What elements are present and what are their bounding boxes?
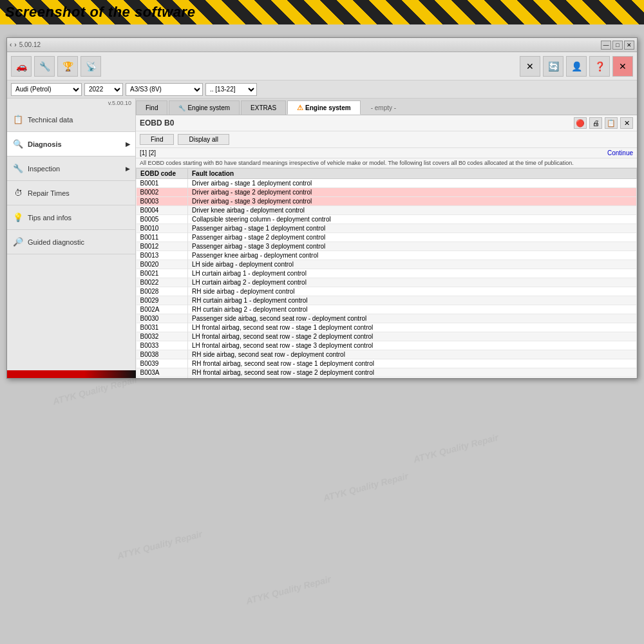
tab-extras-label: EXTRAS <box>251 104 276 111</box>
table-row[interactable]: B0032LH frontal airbag, second seat row … <box>137 332 637 341</box>
cell-code: B002A <box>137 305 188 314</box>
tab-engine-system-1[interactable]: 🔧 Engine system <box>169 100 240 115</box>
sidebar-version: v.5.00.10 <box>7 99 135 108</box>
sidebar-item-guided[interactable]: 🔎 Guided diagnostic <box>7 230 135 254</box>
table-row[interactable]: B0022LH curtain airbag 2 - deployment co… <box>137 278 637 287</box>
col-header-fault: Fault location <box>188 169 637 179</box>
main-content: v.5.00.10 📋 Technical data 🔍 Diagnosis ▶… <box>7 99 637 378</box>
table-row[interactable]: B002ARH curtain airbag 2 - deployment co… <box>137 305 637 314</box>
tab-find[interactable]: Find <box>136 100 167 115</box>
table-row[interactable]: B0021LH curtain airbag 1 - deployment co… <box>137 269 637 278</box>
user-icon[interactable]: 👤 <box>566 56 587 77</box>
table-row[interactable]: B003BRH frontal airbag, second seat row … <box>137 377 637 379</box>
display-all-button[interactable]: Display all <box>178 134 229 145</box>
watermark-3: ATYK Quality Repair <box>52 374 138 407</box>
alert-icon: ⚠ <box>297 104 303 112</box>
close-content-btn[interactable]: ✕ <box>620 117 633 129</box>
cell-code: B0003 <box>137 197 188 206</box>
range-select[interactable]: .. [13-22] <box>205 83 257 96</box>
sidebar-item-tips[interactable]: 💡 Tips and infos <box>7 205 135 230</box>
guided-label: Guided diagnostic <box>28 238 84 246</box>
cell-fault: RH frontal airbag, second seat row - sta… <box>188 377 637 379</box>
car-icon[interactable]: 🚗 <box>11 56 32 77</box>
table-row[interactable]: B0004Driver knee airbag - deployment con… <box>137 206 637 215</box>
repair-label: Repair Times <box>28 189 70 197</box>
continue-link[interactable]: Continue <box>607 149 633 156</box>
nav-forward[interactable]: › <box>14 41 16 48</box>
tips-label: Tips and infos <box>28 214 71 222</box>
cell-code: B0004 <box>137 206 188 215</box>
red-circle-btn[interactable]: 🔴 <box>574 117 587 129</box>
cell-fault: RH frontal airbag, second seat row - sta… <box>188 359 637 368</box>
sidebar-item-technical[interactable]: 📋 Technical data <box>7 108 135 132</box>
minimize-button[interactable]: — <box>601 41 611 50</box>
table-row[interactable]: B0030Passenger side airbag, second seat … <box>137 314 637 323</box>
content-header: EOBD B0 🔴 🖨 📋 ✕ <box>136 115 637 131</box>
model-select[interactable]: A3/S3 (8V) <box>126 83 203 96</box>
close-x-icon[interactable]: ✕ <box>520 56 540 77</box>
cell-fault: LH frontal airbag, second seat row - sta… <box>188 341 637 350</box>
tools-icon[interactable]: 🔧 <box>34 56 55 77</box>
refresh-icon[interactable]: 🔄 <box>543 56 564 77</box>
cell-code: B0029 <box>137 296 188 305</box>
table-row[interactable]: B0038RH side airbag, second seat row - d… <box>137 350 637 359</box>
table-row[interactable]: B0031LH frontal airbag, second seat row … <box>137 323 637 332</box>
cell-code: B0028 <box>137 287 188 296</box>
maximize-button[interactable]: □ <box>612 41 623 50</box>
print-btn[interactable]: 🖨 <box>589 117 602 129</box>
pagination-bar: [1] [2] Continue <box>136 148 637 158</box>
table-row[interactable]: B0012Passenger airbag - stage 3 deployme… <box>137 242 637 251</box>
table-row[interactable]: B0020LH side airbag - deployment control <box>137 260 637 269</box>
table-row[interactable]: B0002Driver airbag - stage 2 deployment … <box>137 188 637 197</box>
table-row[interactable]: B003ARH frontal airbag, second seat row … <box>137 368 637 377</box>
sidebar: v.5.00.10 📋 Technical data 🔍 Diagnosis ▶… <box>7 99 136 378</box>
cell-code: B003A <box>137 368 188 377</box>
nav-back[interactable]: ‹ <box>10 41 12 48</box>
cell-code: B0033 <box>137 341 188 350</box>
table-row[interactable]: B0029RH curtain airbag 1 - deployment co… <box>137 296 637 305</box>
tab-find-label: Find <box>146 104 158 111</box>
cell-fault: Driver airbag - stage 2 deployment contr… <box>188 188 637 197</box>
title-bar-left: ‹ › 5.00.12 <box>10 41 41 48</box>
warning-stripe: Screenshot of the software <box>0 0 644 24</box>
cell-fault: Driver knee airbag - deployment control <box>188 206 637 215</box>
tab-extras[interactable]: EXTRAS <box>241 100 286 115</box>
signal-icon[interactable]: 📡 <box>80 56 101 77</box>
cell-fault: Driver airbag - stage 3 deployment contr… <box>188 197 637 206</box>
content-title: EOBD B0 <box>140 118 174 128</box>
sidebar-item-repair[interactable]: ⏱ Repair Times <box>7 181 135 205</box>
cell-fault: LH side airbag - deployment control <box>188 260 637 269</box>
tab-engine2-label: Engine system <box>305 104 351 111</box>
table-row[interactable]: B0011Passenger airbag - stage 2 deployme… <box>137 233 637 242</box>
year-select[interactable]: 2022 <box>84 83 123 96</box>
cell-code: B0020 <box>137 260 188 269</box>
sidebar-item-diagnosis[interactable]: 🔍 Diagnosis ▶ <box>7 132 135 156</box>
table-row[interactable]: B0033LH frontal airbag, second seat row … <box>137 341 637 350</box>
exit-icon[interactable]: ✕ <box>612 56 633 77</box>
close-button[interactable]: ✕ <box>624 41 634 50</box>
tab-engine-system-2[interactable]: ⚠ Engine system <box>287 100 361 115</box>
diagnosis-label: Diagnosis <box>28 140 62 148</box>
fuel-select[interactable]: Audi (Petrol) <box>11 83 82 96</box>
table-row[interactable]: B0010Passenger airbag - stage 1 deployme… <box>137 224 637 233</box>
cell-code: B003B <box>137 377 188 379</box>
help-icon[interactable]: ❓ <box>589 56 610 77</box>
copy-btn[interactable]: 📋 <box>605 117 618 129</box>
find-button[interactable]: Find <box>140 134 174 145</box>
pagination-links[interactable]: [1] [2] <box>140 149 156 156</box>
award-icon[interactable]: 🏆 <box>57 56 78 77</box>
table-row[interactable]: B0001Driver airbag - stage 1 deployment … <box>137 179 637 188</box>
diagnosis-icon: 🔍 <box>12 138 24 150</box>
technical-label: Technical data <box>28 116 73 124</box>
table-row[interactable]: B0013Passenger knee airbag - deployment … <box>137 251 637 260</box>
table-row[interactable]: B0028RH side airbag - deployment control <box>137 287 637 296</box>
sidebar-item-inspection[interactable]: 🔧 Inspection ▶ <box>7 156 135 181</box>
cell-code: B0001 <box>137 179 188 188</box>
eobd-table[interactable]: EOBD code Fault location B0001Driver air… <box>136 168 637 378</box>
inspection-arrow: ▶ <box>126 166 130 172</box>
table-row[interactable]: B0039RH frontal airbag, second seat row … <box>137 359 637 368</box>
table-row[interactable]: B0005Collapsible steering column - deplo… <box>137 215 637 224</box>
table-row[interactable]: B0003Driver airbag - stage 3 deployment … <box>137 197 637 206</box>
cell-code: B0021 <box>137 269 188 278</box>
eobd-codes-table: EOBD code Fault location B0001Driver air… <box>136 168 637 378</box>
